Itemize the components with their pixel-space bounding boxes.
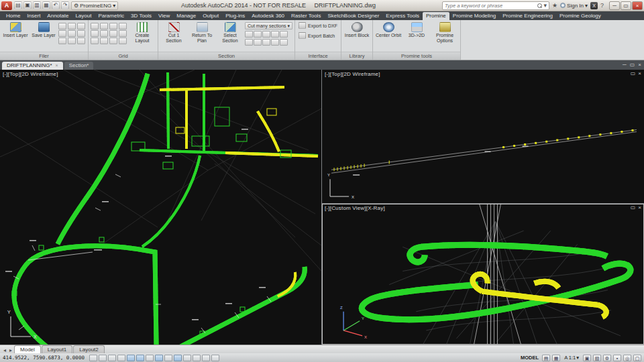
3d-osnap-toggle[interactable] xyxy=(146,355,154,361)
tab-nav-left-icon[interactable]: ◂ xyxy=(2,347,7,353)
insert-block-button[interactable]: Insert Block xyxy=(343,21,370,38)
viewport-label[interactable]: [-][Top][2D Wireframe] xyxy=(3,71,58,77)
promine-options-button[interactable]: Promine Options xyxy=(431,21,458,43)
lineweight-toggle[interactable] xyxy=(183,355,191,361)
create-layout-button[interactable]: Create Layout xyxy=(129,21,156,43)
section-mini-icon[interactable] xyxy=(254,31,262,38)
section-mini-icon[interactable] xyxy=(262,39,270,46)
lock-ui-icon[interactable]: ▪ xyxy=(613,355,621,361)
viewport-section-top[interactable]: [-][Top][2D Wireframe] ▭ × xyxy=(322,70,644,204)
export-batch-button[interactable]: Export Batch xyxy=(297,32,336,40)
panel-label-interface[interactable]: Interface xyxy=(295,52,341,60)
drawing-close-icon[interactable]: × xyxy=(638,62,641,68)
panel-label-filer[interactable]: Filer xyxy=(0,52,88,60)
ribbon-tab-view[interactable]: View xyxy=(155,12,173,20)
select-section-button[interactable]: Select Section xyxy=(217,21,244,43)
app-menu-button[interactable]: A xyxy=(1,1,12,10)
ribbon-tab-plugins[interactable]: Plug-ins xyxy=(222,12,248,20)
ribbon-tab-autodesk360[interactable]: Autodesk 360 xyxy=(248,12,288,20)
grid-mini-icon[interactable] xyxy=(100,23,108,29)
search-dropdown-icon[interactable]: ▾ xyxy=(543,1,547,10)
filer-mini-icon[interactable] xyxy=(68,30,76,37)
grid-mini-icon[interactable] xyxy=(100,38,108,44)
ribbon-tab-express-tools[interactable]: Express Tools xyxy=(382,12,423,20)
section-mini-icon[interactable] xyxy=(245,31,253,38)
drawing-minimize-icon[interactable]: ─ xyxy=(623,62,627,68)
grid-mini-icon[interactable] xyxy=(91,38,99,44)
help-icon[interactable]: ? xyxy=(600,1,604,10)
section-mini-icon[interactable] xyxy=(245,39,253,46)
grid-mini-icon[interactable] xyxy=(91,23,99,29)
ribbon-tab-manage[interactable]: Manage xyxy=(173,12,199,20)
dynamic-input-toggle[interactable] xyxy=(174,355,182,361)
autoscale-icon[interactable]: ▧ xyxy=(593,355,601,361)
annotation-visibility-icon[interactable]: ▣ xyxy=(583,355,591,361)
ribbon-tab-insert[interactable]: Insert xyxy=(23,12,44,20)
workspace-switcher[interactable]: ⚙ PromineENG ▾ xyxy=(71,1,118,10)
exchange-apps-icon[interactable]: X xyxy=(590,2,598,9)
isolate-objects-icon[interactable]: ◎ xyxy=(623,355,631,361)
snap-toggle[interactable] xyxy=(99,355,107,361)
clean-screen-icon[interactable]: ▢ xyxy=(633,355,641,361)
filer-mini-icon[interactable] xyxy=(58,23,66,29)
viewport-close-icon[interactable]: × xyxy=(638,70,641,76)
panel-label-grid[interactable]: Grid xyxy=(89,52,158,60)
return-to-plan-button[interactable]: Return To Plan xyxy=(189,21,215,43)
grid-mini-icon[interactable] xyxy=(109,23,117,29)
search-icon[interactable] xyxy=(537,3,542,8)
section-mini-icon[interactable] xyxy=(254,39,262,46)
grid-mini-icon[interactable] xyxy=(119,38,127,44)
filer-mini-icon[interactable] xyxy=(58,38,66,44)
quick-view-drawings-icon[interactable]: ▦ xyxy=(552,355,560,361)
filer-mini-icon[interactable] xyxy=(77,30,85,37)
export-to-dxf-button[interactable]: Export to DXF xyxy=(297,21,339,29)
minimize-button[interactable]: ─ xyxy=(609,1,620,10)
ribbon-tab-output[interactable]: Output xyxy=(199,12,222,20)
file-tab-driftplanning[interactable]: DRIFTPLANNING* × xyxy=(2,62,63,70)
filer-mini-icon[interactable] xyxy=(68,23,76,29)
section-mini-icon[interactable] xyxy=(271,31,279,38)
insert-layer-button[interactable]: Insert Layer xyxy=(2,21,29,38)
ribbon-tab-3d-tools[interactable]: 3D Tools xyxy=(127,12,155,20)
maximize-button[interactable]: ▭ xyxy=(621,1,631,10)
grid-mini-icon[interactable] xyxy=(119,23,127,29)
polar-toggle[interactable] xyxy=(127,355,135,361)
open-file-icon[interactable]: ▣ xyxy=(23,1,32,9)
viewport-label[interactable]: [-][Custom View][X-Ray] xyxy=(325,205,385,211)
layout-tab-model[interactable]: Model xyxy=(14,345,41,353)
new-file-icon[interactable]: ▤ xyxy=(14,1,22,9)
workspace-gear-icon[interactable]: ⚙ xyxy=(603,355,611,361)
transparency-toggle[interactable] xyxy=(193,355,201,361)
quick-view-layouts-icon[interactable]: ▤ xyxy=(542,355,550,361)
model-space-button[interactable]: MODEL xyxy=(519,355,540,361)
cut-1-section-button[interactable]: Cut 1 Section xyxy=(160,21,187,43)
osnap-toggle[interactable] xyxy=(136,355,144,361)
panel-label-promine-tools[interactable]: Promine tools xyxy=(373,52,460,60)
grid-mini-icon[interactable] xyxy=(91,30,99,37)
save-layer-button[interactable]: Save Layer xyxy=(30,21,57,38)
sign-in-button[interactable]: Sign In ▾ xyxy=(560,3,588,9)
ribbon-tab-parametric[interactable]: Parametric xyxy=(95,12,127,20)
ribbon-tab-sketchbook-designer[interactable]: SketchBook Designer xyxy=(324,12,382,20)
filer-mini-icon[interactable] xyxy=(77,23,85,29)
grid-toggle[interactable] xyxy=(108,355,116,361)
ribbon-tab-promine-geology[interactable]: Promine Geology xyxy=(556,12,604,20)
annotation-scale-widget[interactable]: A 1:1 ▾ xyxy=(562,354,581,361)
ribbon-tab-promine[interactable]: Promine xyxy=(423,12,449,20)
close-tab-icon[interactable]: × xyxy=(56,63,58,68)
viewport-close-icon[interactable]: × xyxy=(638,204,641,210)
viewport-label[interactable]: [-][Top][2D Wireframe] xyxy=(325,71,380,77)
search-input[interactable] xyxy=(445,2,536,9)
filer-mini-icon[interactable] xyxy=(77,38,85,44)
viewport-maximize-icon[interactable]: ▭ xyxy=(631,204,636,210)
undo-icon[interactable]: ↶ xyxy=(52,1,60,9)
otrack-toggle[interactable] xyxy=(155,355,163,361)
ribbon-tab-layout[interactable]: Layout xyxy=(72,12,95,20)
redo-icon[interactable]: ↷ xyxy=(61,1,69,9)
cut-many-sections-dropdown[interactable]: Cut many sections ▾ xyxy=(245,22,292,29)
3d-to-2d-button[interactable]: 3D->2D xyxy=(403,21,430,38)
grid-mini-icon[interactable] xyxy=(109,38,117,44)
ribbon-tab-raster-tools[interactable]: Raster Tools xyxy=(288,12,324,20)
plot-icon[interactable]: ▦ xyxy=(42,1,50,9)
tab-nav-right-icon[interactable]: ▸ xyxy=(8,347,13,353)
